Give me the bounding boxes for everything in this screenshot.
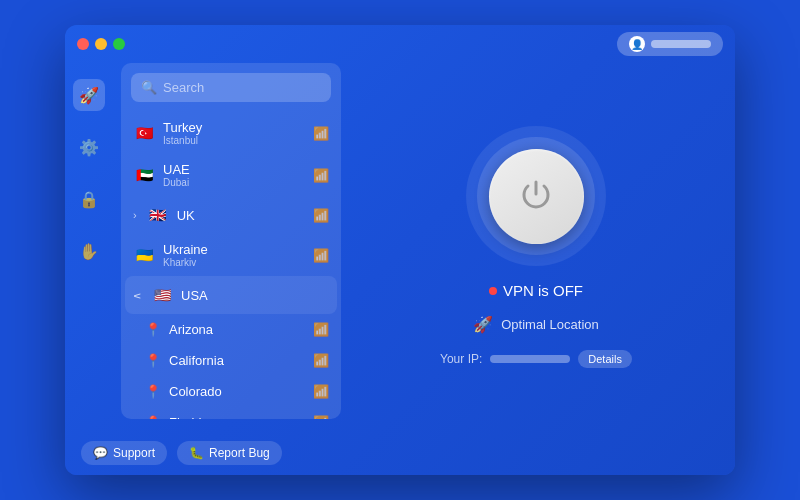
server-city-ukraine: Kharkiv: [163, 257, 305, 268]
search-icon: 🔍: [141, 80, 157, 95]
server-info-usa: USA: [181, 288, 329, 303]
sidebar-icon-settings[interactable]: ⚙️: [73, 131, 105, 163]
report-label: Report Bug: [209, 446, 270, 460]
server-info-uae: UAE Dubai: [163, 162, 305, 188]
sidebar-icon-speed[interactable]: 🚀: [73, 79, 105, 111]
minimize-button[interactable]: [95, 38, 107, 50]
sub-item-florida[interactable]: 📍 Florida 📶: [125, 407, 337, 419]
signal-uk: 📶: [313, 208, 329, 223]
signal-uae: 📶: [313, 168, 329, 183]
close-button[interactable]: [77, 38, 89, 50]
flag-uk: 🇬🇧: [147, 204, 169, 226]
vpn-status-label: VPN is OFF: [503, 282, 583, 299]
signal-ukraine: 📶: [313, 248, 329, 263]
maximize-button[interactable]: [113, 38, 125, 50]
server-city-turkey: Istanbul: [163, 135, 305, 146]
flag-ukraine: 🇺🇦: [133, 244, 155, 266]
bug-icon: 🐛: [189, 446, 204, 460]
search-bar[interactable]: 🔍: [131, 73, 331, 102]
server-info-uk: UK: [177, 208, 305, 223]
signal-turkey: 📶: [313, 126, 329, 141]
server-item-turkey[interactable]: 🇹🇷 Turkey Istanbul 📶: [125, 112, 337, 154]
pin-icon-arizona: 📍: [145, 322, 161, 337]
pin-icon-florida: 📍: [145, 415, 161, 419]
server-name-uae: UAE: [163, 162, 305, 177]
ip-row: Your IP: Details: [440, 350, 632, 368]
main-content: 🚀 ⚙️ 🔒 ✋ 🔍 🇹🇷 Turkey Istanbu: [65, 63, 735, 431]
sub-item-california[interactable]: 📍 California 📶: [125, 345, 337, 376]
server-name-turkey: Turkey: [163, 120, 305, 135]
user-name-masked: [651, 40, 711, 48]
flag-uae: 🇦🇪: [133, 164, 155, 186]
app-window: 👤 🚀 ⚙️ 🔒 ✋ 🔍 🇹🇷: [65, 25, 735, 475]
status-dot: [489, 287, 497, 295]
flag-turkey: 🇹🇷: [133, 122, 155, 144]
support-icon: 💬: [93, 446, 108, 460]
signal-california: 📶: [313, 353, 329, 368]
sub-info-california: California: [169, 353, 305, 368]
server-item-ukraine[interactable]: 🇺🇦 Ukraine Kharkiv 📶: [125, 234, 337, 276]
sub-name-arizona: Arizona: [169, 322, 305, 337]
server-info-turkey: Turkey Istanbul: [163, 120, 305, 146]
support-label: Support: [113, 446, 155, 460]
sub-item-colorado[interactable]: 📍 Colorado 📶: [125, 376, 337, 407]
report-bug-button[interactable]: 🐛 Report Bug: [177, 441, 282, 465]
title-bar: 👤: [65, 25, 735, 63]
server-info-ukraine: Ukraine Kharkiv: [163, 242, 305, 268]
ip-masked: [490, 355, 570, 363]
server-name-usa: USA: [181, 288, 329, 303]
server-name-uk: UK: [177, 208, 305, 223]
server-name-ukraine: Ukraine: [163, 242, 305, 257]
sub-info-colorado: Colorado: [169, 384, 305, 399]
user-icon: 👤: [629, 36, 645, 52]
power-button-inner: [489, 149, 584, 244]
signal-florida: 📶: [313, 415, 329, 419]
signal-arizona: 📶: [313, 322, 329, 337]
sub-info-arizona: Arizona: [169, 322, 305, 337]
signal-colorado: 📶: [313, 384, 329, 399]
bottom-bar: 💬 Support 🐛 Report Bug: [65, 431, 735, 475]
sub-info-florida: Florida: [169, 415, 305, 419]
rocket-icon: 🚀: [473, 315, 493, 334]
server-item-uae[interactable]: 🇦🇪 UAE Dubai 📶: [125, 154, 337, 196]
sub-name-florida: Florida: [169, 415, 305, 419]
sidebar: 🚀 ⚙️ 🔒 ✋: [65, 63, 113, 431]
vpn-status: VPN is OFF: [489, 282, 583, 299]
sub-name-california: California: [169, 353, 305, 368]
power-button-middle: [477, 137, 595, 255]
support-button[interactable]: 💬 Support: [81, 441, 167, 465]
pin-icon-colorado: 📍: [145, 384, 161, 399]
sub-name-colorado: Colorado: [169, 384, 305, 399]
server-list: 🇹🇷 Turkey Istanbul 📶 🇦🇪 UAE Dubai: [121, 112, 341, 419]
traffic-lights: [77, 38, 125, 50]
power-symbol-icon: [516, 176, 556, 216]
right-panel: VPN is OFF 🚀 Optimal Location Your IP: D…: [345, 63, 727, 431]
sub-item-arizona[interactable]: 📍 Arizona 📶: [125, 314, 337, 345]
list-panel: 🔍 🇹🇷 Turkey Istanbul 📶: [121, 63, 341, 419]
sidebar-icon-hand[interactable]: ✋: [73, 235, 105, 267]
server-city-uae: Dubai: [163, 177, 305, 188]
flag-usa: 🇺🇸: [151, 284, 173, 306]
power-button[interactable]: [466, 126, 606, 266]
sidebar-icon-shield[interactable]: 🔒: [73, 183, 105, 215]
server-item-usa[interactable]: ∨ 🇺🇸 USA: [125, 276, 337, 314]
search-input[interactable]: [163, 80, 321, 95]
optimal-location-label: Optimal Location: [501, 317, 599, 332]
details-button[interactable]: Details: [578, 350, 632, 368]
user-badge[interactable]: 👤: [617, 32, 723, 56]
chevron-usa: ∨: [131, 291, 144, 299]
optimal-location: 🚀 Optimal Location: [473, 315, 599, 334]
inner-layout: 🔍 🇹🇷 Turkey Istanbul 📶: [113, 63, 735, 431]
pin-icon-california: 📍: [145, 353, 161, 368]
chevron-uk: ›: [133, 209, 137, 221]
ip-label: Your IP:: [440, 352, 482, 366]
server-item-uk[interactable]: › 🇬🇧 UK 📶: [125, 196, 337, 234]
